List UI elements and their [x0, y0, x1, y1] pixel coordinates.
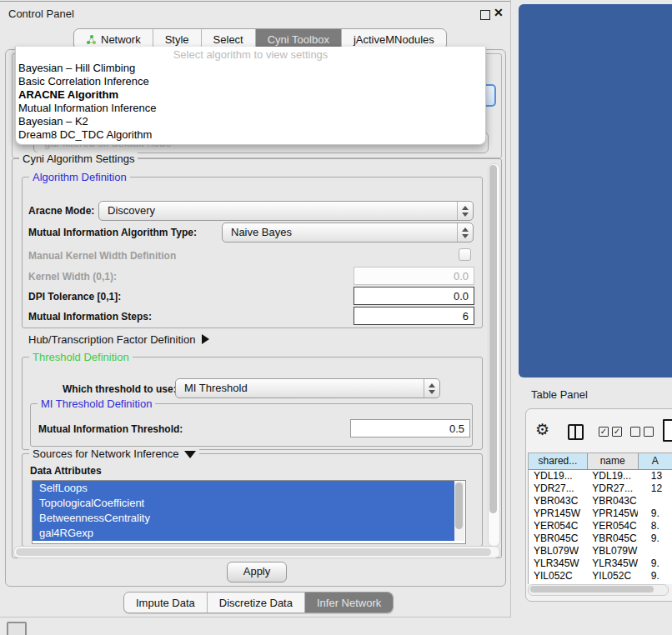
tab-label: Discretize Data	[219, 597, 293, 609]
mi-steps-label: Mutual Information Steps:	[28, 311, 152, 322]
tab-label: Style	[165, 33, 189, 46]
hub-definition-expander[interactable]: Hub/Transcription Factor Definition	[28, 333, 209, 346]
table-row[interactable]: YDL19...YDL19...13	[529, 470, 672, 482]
algorithm-option-bayesian-k2[interactable]: Bayesian – K2	[16, 115, 485, 128]
table-cell	[638, 545, 672, 558]
table-cell: YIL052C	[587, 570, 637, 582]
network-icon	[86, 34, 97, 45]
algorithm-option-aracne-algorithm[interactable]: ARACNE Algorithm	[16, 88, 485, 102]
which-threshold-value: MI Threshold	[184, 382, 248, 394]
table-cell: YPR145W	[587, 508, 637, 520]
window-top-edge	[0, 1, 510, 2]
cyni-algorithm-settings-legend: Cyni Algorithm Settings	[19, 152, 138, 165]
tab-label: Infer Network	[317, 597, 381, 609]
list-vertical-scrollbar[interactable]	[454, 482, 464, 541]
table-cell: 9.	[638, 532, 672, 545]
attribute-item-gal4rgexp[interactable]: gal4RGexp	[33, 526, 454, 541]
close-icon[interactable]: ✕	[494, 6, 504, 19]
data-attributes-list[interactable]: SelfLoopsTopologicalCoefficientBetweenne…	[32, 480, 466, 544]
table-cell	[638, 495, 672, 508]
network-window-frame: GALGAL80GAL10GAL11GAL1SWI4GAL4GCY1HAP4YH…	[519, 4, 672, 378]
table-cell: YDL19...	[587, 470, 637, 482]
algorithm-option-bayesian-hill-climbing[interactable]: Bayesian – Hill Climbing	[16, 62, 485, 75]
aracne-mode-value: Discovery	[108, 204, 155, 217]
node-table: shared...nameA YDL19...YDL19...13YDR27..…	[528, 452, 672, 584]
kernel-width-input[interactable]	[354, 267, 474, 285]
which-threshold-label: Which threshold to use:	[63, 383, 177, 395]
mi-algorithm-type-combo[interactable]: Naive Bayes	[222, 222, 474, 242]
tab-label: Impute Data	[136, 597, 195, 609]
stepper-arrows-icon	[424, 379, 439, 398]
document-icon[interactable]	[663, 419, 672, 442]
algorithm-popup-list: Bayesian – Hill ClimbingBasic Correlatio…	[16, 62, 485, 142]
settings-vertical-scrollbar[interactable]	[488, 163, 500, 547]
cyni-bottom-tabs: Impute DataDiscretize DataInfer Network	[123, 592, 394, 613]
apply-button[interactable]: Apply	[227, 562, 287, 582]
column-header-name[interactable]: name	[588, 453, 639, 469]
table-cell: 9.	[638, 508, 672, 520]
gear-icon[interactable]: ⚙	[535, 420, 549, 439]
attribute-item-topologicalcoefficient[interactable]: TopologicalCoefficient	[33, 496, 454, 511]
table-cell: YDR27...	[529, 482, 587, 495]
table-cell: YER054C	[529, 520, 587, 532]
table-cell: 9.	[638, 558, 672, 570]
column-header-shared-[interactable]: shared...	[529, 453, 588, 469]
table-row[interactable]: YBR045CYBR045C9.	[529, 532, 672, 545]
table-panel-title: Table Panel	[531, 388, 588, 401]
table-row[interactable]: YER054CYER054C8.	[529, 520, 672, 532]
control-panel-window: Control Panel ✕ NetworkStyleSelectCyni T…	[0, 0, 511, 618]
tab-label: Cyni Toolbox	[268, 33, 329, 46]
table-cell: YBL079W	[529, 545, 587, 558]
select-all-icon[interactable]: ✓✓	[599, 427, 622, 437]
split-columns-icon[interactable]	[568, 424, 584, 440]
algorithm-dropdown-popup: Select algorithm to view settings Bayesi…	[15, 47, 486, 145]
float-window-icon[interactable]	[480, 10, 490, 20]
mi-steps-input[interactable]	[354, 307, 474, 325]
table-cell: YLR345W	[587, 558, 637, 570]
attribute-item-betweennesscentrality[interactable]: BetweennessCentrality	[33, 511, 454, 526]
table-cell: YER054C	[587, 520, 637, 532]
table-row[interactable]: YDR27...YDR27...12	[529, 482, 672, 495]
data-attributes-label: Data Attributes	[30, 465, 102, 477]
manual-kernel-width-checkbox[interactable]	[459, 248, 471, 261]
collapse-triangle-icon	[184, 451, 196, 458]
table-cell: YIL052C	[529, 570, 587, 582]
tab-label: Select	[213, 33, 243, 46]
table-cell: 13	[638, 470, 672, 482]
mi-threshold-input[interactable]	[350, 419, 470, 438]
column-header-a[interactable]: A	[639, 453, 672, 469]
table-cell: 8.	[638, 520, 672, 532]
table-row[interactable]: YBR043CYBR043C	[529, 495, 672, 508]
table-cell: YBR045C	[587, 532, 637, 545]
table-horizontal-scrollbar[interactable]	[528, 584, 669, 596]
table-cell: YBR043C	[587, 495, 637, 508]
table-cell: YDR27...	[587, 482, 637, 495]
algorithm-popup-hint: Select algorithm to view settings	[16, 47, 485, 62]
table-cell: YPR145W	[529, 508, 587, 520]
tab-discretize-data[interactable]: Discretize Data	[207, 592, 304, 612]
table-cell: YBL079W	[587, 545, 637, 558]
collapsed-panel-button[interactable]	[7, 622, 27, 635]
threshold-definition-legend: Threshold Definition	[29, 351, 133, 363]
table-row[interactable]: YPR145WYPR145W9.	[529, 508, 672, 520]
table-row[interactable]: YLR345WYLR345W9.	[529, 558, 672, 570]
settings-horizontal-scrollbar[interactable]	[13, 546, 500, 558]
aracne-mode-combo[interactable]: Discovery	[98, 201, 474, 221]
dpi-tolerance-input[interactable]	[354, 287, 474, 305]
algorithm-option-dream8-dc-tdc-algorithm[interactable]: Dream8 DC_TDC Algorithm	[16, 128, 485, 142]
table-cell: YDL19...	[529, 470, 587, 482]
deselect-all-icon[interactable]	[630, 427, 654, 437]
table-row[interactable]: YIL052CYIL052C9.	[529, 570, 672, 582]
which-threshold-combo[interactable]: MI Threshold	[175, 378, 440, 398]
algorithm-option-mutual-information-inference[interactable]: Mutual Information Inference	[16, 102, 485, 115]
table-row[interactable]: YBL079WYBL079W	[529, 545, 672, 558]
tab-impute-data[interactable]: Impute Data	[124, 592, 207, 612]
algorithm-option-basic-correlation-inference[interactable]: Basic Correlation Inference	[16, 75, 485, 88]
mi-threshold-definition-legend: MI Threshold Definition	[38, 398, 155, 410]
aracne-mode-label: Aracne Mode:	[28, 205, 94, 217]
table-cell: 9.	[638, 570, 672, 582]
sources-legend: Sources for Network Inference	[29, 448, 199, 460]
attribute-item-selfloops[interactable]: SelfLoops	[33, 481, 454, 496]
tab-label: Network	[101, 33, 141, 46]
tab-infer-network[interactable]: Infer Network	[304, 592, 393, 612]
